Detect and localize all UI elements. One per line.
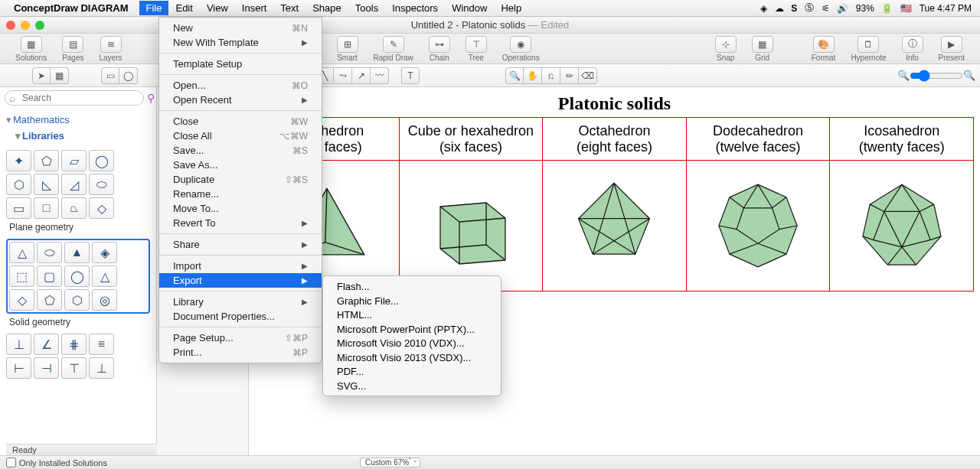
shape-box[interactable]: ▢ xyxy=(37,265,62,287)
menu-text[interactable]: Text xyxy=(273,1,305,15)
dodecahedron-shape[interactable] xyxy=(708,176,808,275)
shape-rhombus[interactable]: ◇ xyxy=(89,197,114,219)
shape-m3[interactable]: ⋕ xyxy=(61,334,87,355)
shape-ellipse2[interactable]: ⬭ xyxy=(89,174,114,195)
search-input[interactable] xyxy=(5,90,144,106)
format-button[interactable]: 🎨 xyxy=(813,36,835,53)
shape-m4[interactable]: ≡ xyxy=(89,334,114,355)
marquee-tool[interactable]: ▦ xyxy=(51,67,69,84)
shape-pyramid[interactable]: ▲ xyxy=(64,242,90,263)
shape-m8[interactable]: ⊥ xyxy=(89,357,114,379)
export-microsoft-powerpoint-pptx-[interactable]: Microsoft PowerPoint (PPTX)... xyxy=(323,322,501,337)
shape-tet2[interactable]: △ xyxy=(92,265,117,287)
menu-view[interactable]: View xyxy=(200,1,235,15)
search-icon[interactable]: 🔍 xyxy=(505,67,524,84)
curve-tool[interactable]: 〰 xyxy=(371,67,389,84)
grid-button[interactable]: ▦ xyxy=(752,36,773,53)
pin-icon[interactable]: ⚲ xyxy=(147,92,155,104)
menu-window[interactable]: Window xyxy=(445,1,494,15)
info-button[interactable]: ⓘ xyxy=(902,36,923,53)
menuitem-document-properties-[interactable]: Document Properties... xyxy=(159,309,322,324)
connector-tool[interactable]: ⤳ xyxy=(334,67,352,84)
tree-mathematics[interactable]: ▾Mathematics xyxy=(6,112,150,128)
ellipse-shape[interactable]: ◯ xyxy=(119,67,138,84)
zoom-button[interactable] xyxy=(35,21,44,30)
tree-button[interactable]: ⊤ xyxy=(466,36,487,53)
menuitem-new[interactable]: New⌘N xyxy=(159,21,322,35)
pen-tool[interactable]: ✏ xyxy=(560,67,579,84)
shape-parallelogram[interactable]: ▱ xyxy=(61,150,87,171)
shape-cylinder[interactable]: ⬭ xyxy=(37,242,62,263)
export-svg-[interactable]: SVG... xyxy=(323,379,501,393)
eyedropper-tool[interactable]: ⎌ xyxy=(542,67,560,84)
shape-rtriangle[interactable]: ◿ xyxy=(61,174,87,195)
hand-tool[interactable]: ✋ xyxy=(524,67,542,84)
minimize-button[interactable] xyxy=(21,21,30,30)
only-installed-checkbox[interactable] xyxy=(6,458,16,467)
cube-shape[interactable] xyxy=(421,180,521,272)
close-button[interactable] xyxy=(6,21,15,30)
wifi-icon[interactable]: ⚟ xyxy=(822,3,830,14)
clock[interactable]: Tue 4:47 PM xyxy=(920,3,972,14)
shape-hexagon[interactable]: ⬡ xyxy=(6,174,31,195)
menu-inspectors[interactable]: Inspectors xyxy=(385,1,445,15)
menuitem-open-recent[interactable]: Open Recent▶ xyxy=(159,93,322,107)
menuitem-move-to-[interactable]: Move To... xyxy=(159,201,322,216)
snap-button[interactable]: ⊹ xyxy=(715,36,737,53)
hypernote-button[interactable]: 🗒 xyxy=(858,36,879,53)
shape-m2[interactable]: ∠ xyxy=(34,334,59,355)
menu-shape[interactable]: Shape xyxy=(305,1,348,15)
menuitem-save-as-[interactable]: Save As... xyxy=(159,158,322,172)
icosahedron-shape[interactable] xyxy=(852,176,952,275)
menuitem-new-with-template[interactable]: New With Template▶ xyxy=(159,35,322,50)
menuitem-save-[interactable]: Save...⌘S xyxy=(159,143,322,158)
menuitem-import[interactable]: Import▶ xyxy=(159,259,322,273)
menuitem-library[interactable]: Library▶ xyxy=(159,295,322,309)
zoom-slider[interactable]: 🔍🔍 xyxy=(897,70,974,82)
shape-circle[interactable]: ◯ xyxy=(89,150,114,171)
arrow-tool[interactable]: ↗ xyxy=(352,67,371,84)
pages-button[interactable]: ▤ xyxy=(62,36,83,53)
eraser-tool[interactable]: ⌫ xyxy=(579,67,597,84)
menu-tools[interactable]: Tools xyxy=(348,1,385,15)
diamond-icon[interactable]: ◈ xyxy=(760,3,767,14)
export-html-[interactable]: HTML... xyxy=(323,308,501,322)
menuitem-close[interactable]: Close⌘W xyxy=(159,114,322,129)
shape-m5[interactable]: ⊢ xyxy=(6,357,31,379)
pointer-tool[interactable]: ➤ xyxy=(32,67,51,84)
export-microsoft-visio-vdx-[interactable]: Microsoft Visio 2010 (VDX)... xyxy=(323,336,501,350)
export-graphic-file-[interactable]: Graphic File... xyxy=(323,294,501,308)
shape-m7[interactable]: ⊤ xyxy=(61,357,87,379)
text-tool[interactable]: T xyxy=(401,67,420,84)
menuitem-duplicate[interactable]: Duplicate⇧⌘S xyxy=(159,172,322,187)
shape-icosa[interactable]: ⬡ xyxy=(64,289,90,311)
export-pdf-[interactable]: PDF... xyxy=(323,364,501,379)
shape-pentagon[interactable]: ⬠ xyxy=(34,150,59,171)
shape-m6[interactable]: ⊣ xyxy=(34,357,59,379)
solutions-button[interactable]: ▦ xyxy=(21,36,42,53)
zoom-selector[interactable]: Custom 67% xyxy=(360,458,420,467)
layers-button[interactable]: ≋ xyxy=(100,36,122,53)
menuitem-page-setup-[interactable]: Page Setup...⇧⌘P xyxy=(159,331,322,345)
shape-star[interactable]: ✦ xyxy=(6,150,31,171)
export-flash-[interactable]: Flash... xyxy=(323,279,501,294)
menuitem-open-[interactable]: Open...⌘O xyxy=(159,78,322,93)
operations-button[interactable]: ◉ xyxy=(510,36,531,53)
menuitem-share[interactable]: Share▶ xyxy=(159,237,322,252)
tree-libraries[interactable]: ▾Libraries xyxy=(6,128,150,144)
export-microsoft-visio-vsdx-[interactable]: Microsoft Visio 2013 (VSDX)... xyxy=(323,350,501,365)
shape-cube[interactable]: ⬚ xyxy=(9,265,34,287)
battery-icon[interactable]: 🔋 xyxy=(881,3,893,14)
shape-triangle[interactable]: ◺ xyxy=(34,174,59,195)
volume-icon[interactable]: 🔊 xyxy=(837,3,848,14)
menuitem-rename-[interactable]: Rename... xyxy=(159,187,322,201)
menuitem-close-all[interactable]: Close All⌥⌘W xyxy=(159,129,322,143)
cloud-icon[interactable]: ☁ xyxy=(775,3,784,14)
present-button[interactable]: ▶ xyxy=(941,36,962,53)
rapiddraw-button[interactable]: ✎ xyxy=(383,36,404,53)
flag-icon[interactable]: 🇺🇸 xyxy=(900,3,912,14)
shape-prism[interactable]: ◈ xyxy=(92,242,117,263)
shape-octa[interactable]: ◇ xyxy=(9,289,34,311)
shape-torus[interactable]: ◎ xyxy=(92,289,117,311)
shape-rect[interactable]: ▭ xyxy=(6,197,31,219)
